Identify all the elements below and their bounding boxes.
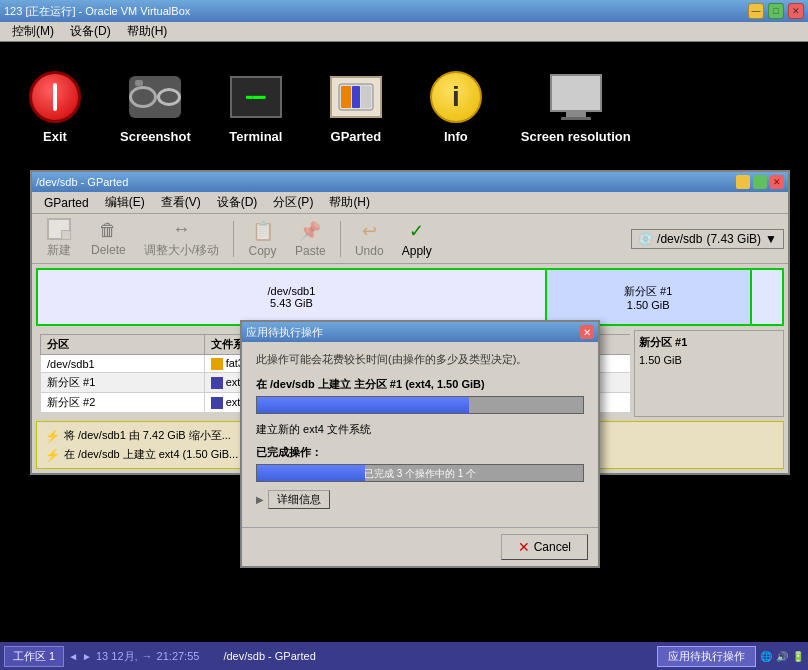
taskbar-active-window[interactable]: 应用待执行操作	[657, 646, 756, 667]
screen-resolution-icon	[550, 74, 602, 120]
taskbar-time: 21:27:55	[157, 650, 200, 662]
undo-label: Undo	[355, 244, 384, 258]
toolbar-copy-btn[interactable]: 📋 Copy	[240, 218, 285, 260]
menu-device[interactable]: 设备(D)	[209, 192, 266, 213]
gparted-label: GParted	[331, 129, 382, 144]
apply-dialog-footer: ✕ Cancel	[242, 527, 598, 566]
gparted-title: /dev/sdb - GParted	[36, 176, 128, 188]
apply-section2-label: 建立新的 ext4 文件系统	[256, 422, 584, 437]
disk-dropdown-icon: ▼	[765, 232, 777, 246]
gparted-maximize[interactable]	[753, 175, 767, 189]
network-icon: 🌐	[760, 651, 772, 662]
svg-rect-2	[352, 86, 360, 108]
terminal-label: Terminal	[229, 129, 282, 144]
apply-progress1-fill	[257, 397, 469, 413]
cancel-button[interactable]: ✕ Cancel	[501, 534, 588, 560]
paste-label: Paste	[295, 244, 326, 258]
taskbar-arrow-right[interactable]: ►	[82, 651, 92, 662]
gparted-titlebar: /dev/sdb - GParted ✕	[32, 172, 788, 192]
taskbar-window-title: /dev/sdb - GParted	[203, 650, 653, 662]
cancel-x-icon: ✕	[518, 539, 530, 555]
gparted-close[interactable]: ✕	[770, 175, 784, 189]
toolbar-new-btn[interactable]: 新建	[36, 216, 81, 261]
cell-part-name: /dev/sdb1	[41, 355, 205, 373]
menu-partition[interactable]: 分区(P)	[265, 192, 321, 213]
launcher-screen-resolution[interactable]: Screen resolution	[521, 71, 631, 144]
screen-resolution-label: Screen resolution	[521, 129, 631, 144]
toolbar-apply-btn[interactable]: ✓ Apply	[394, 218, 440, 260]
menu-gparted[interactable]: GParted	[36, 194, 97, 212]
battery-icon: 🔋	[792, 651, 804, 662]
launcher-terminal[interactable]: ▬▬▬ Terminal	[221, 71, 291, 144]
new-partition-1-size: 1.50 GiB	[639, 354, 779, 366]
apply-done-text: 已完成 3 个操作中的 1 个	[257, 465, 583, 483]
partition-sdb1-size: 5.43 GiB	[270, 297, 313, 309]
apply-progress1	[256, 396, 584, 414]
apply-done-label: 已完成操作：	[256, 445, 584, 460]
launcher-exit[interactable]: Exit	[20, 71, 90, 144]
apply-done-progress: 已完成 3 个操作中的 1 个	[256, 464, 584, 482]
partition-new1-size: 1.50 GiB	[627, 299, 670, 311]
menu-gparted-help[interactable]: 帮助(H)	[321, 192, 378, 213]
new-partition-1-title: 新分区 #1	[639, 335, 779, 350]
apply-dialog-body: 此操作可能会花费较长时间(由操作的多少及类型决定)。 在 /dev/sdb 上建…	[242, 342, 598, 527]
launcher-info[interactable]: i Info	[421, 71, 491, 144]
new-icon	[47, 218, 71, 240]
toolbar-resize-btn[interactable]: ↔ 调整大小/移动	[136, 217, 227, 261]
delete-icon: 🗑	[99, 220, 117, 241]
maximize-button[interactable]: □	[768, 3, 784, 19]
toolbar-undo-btn[interactable]: ↩ Undo	[347, 218, 392, 260]
title-bar-title: 123 [正在运行] - Oracle VM VirtualBox	[4, 4, 190, 19]
apply-dialog-close[interactable]: ✕	[580, 325, 594, 339]
svg-rect-1	[341, 86, 351, 108]
gparted-menu: GParted 编辑(E) 查看(V) 设备(D) 分区(P) 帮助(H)	[32, 192, 788, 214]
close-button[interactable]: ✕	[788, 3, 804, 19]
log-icon-2: ⚡	[45, 448, 60, 462]
log-text-1: 将 /dev/sdb1 由 7.42 GiB 缩小至...	[64, 428, 231, 443]
cell-part-name: 新分区 #2	[41, 393, 205, 413]
delete-label: Delete	[91, 243, 126, 257]
exit-label: Exit	[43, 129, 67, 144]
launcher-gparted[interactable]: GParted	[321, 71, 391, 144]
launcher-screenshot[interactable]: Screenshot	[120, 71, 191, 144]
partition-new1-bar: 新分区 #1 1.50 GiB	[547, 268, 752, 326]
camera-icon	[129, 76, 181, 118]
menu-edit[interactable]: 编辑(E)	[97, 192, 153, 213]
toolbar-paste-btn[interactable]: 📌 Paste	[287, 218, 334, 260]
apply-section1-label: 在 /dev/sdb 上建立 主分区 #1 (ext4, 1.50 GiB)	[256, 377, 584, 392]
details-button[interactable]: 详细信息	[268, 490, 330, 509]
partition-remaining-bar	[752, 268, 784, 326]
taskbar: 工作区 1 ◄ ► 13 12月, → 21:27:55 /dev/sdb - …	[0, 642, 808, 670]
taskbar-arrow2: →	[142, 650, 153, 662]
menu-view[interactable]: 查看(V)	[153, 192, 209, 213]
partition-new1-label: 新分区 #1	[624, 284, 672, 299]
toolbar-sep2	[340, 221, 341, 257]
partition-bar-container: /dev/sdb1 5.43 GiB 新分区 #1 1.50 GiB	[36, 268, 784, 326]
menu-help[interactable]: 帮助(H)	[119, 21, 176, 42]
disk-selector[interactable]: 💿 /dev/sdb (7.43 GiB) ▼	[631, 229, 784, 249]
taskbar-system-icons: 🌐 🔊 🔋	[760, 651, 804, 662]
partition-sdb1-name: /dev/sdb1	[268, 285, 316, 297]
disk-label: /dev/sdb	[657, 232, 702, 246]
log-icon-1: ⚡	[45, 429, 60, 443]
partition-sdb1-bar: /dev/sdb1 5.43 GiB	[36, 268, 547, 326]
undo-icon: ↩	[362, 220, 377, 242]
svg-rect-3	[361, 86, 371, 108]
new-label: 新建	[47, 242, 71, 259]
copy-label: Copy	[249, 244, 277, 258]
gparted-minimize[interactable]	[736, 175, 750, 189]
toolbar-delete-btn[interactable]: 🗑 Delete	[83, 218, 134, 259]
menu-devices[interactable]: 设备(D)	[62, 21, 119, 42]
exit-icon	[29, 71, 81, 123]
taskbar-workspace[interactable]: 工作区 1	[4, 646, 64, 667]
apply-dialog-titlebar: 应用待执行操作 ✕	[242, 322, 598, 342]
resize-icon: ↔	[172, 219, 190, 240]
taskbar-arrow-left[interactable]: ◄	[68, 651, 78, 662]
info-icon: i	[430, 71, 482, 123]
menu-control[interactable]: 控制(M)	[4, 21, 62, 42]
apply-dialog-title: 应用待执行操作	[246, 325, 323, 340]
terminal-icon: ▬▬▬	[230, 76, 282, 118]
minimize-button[interactable]: —	[748, 3, 764, 19]
disk-info-panel: 新分区 #1 1.50 GiB	[634, 330, 784, 417]
copy-icon: 📋	[252, 220, 274, 242]
